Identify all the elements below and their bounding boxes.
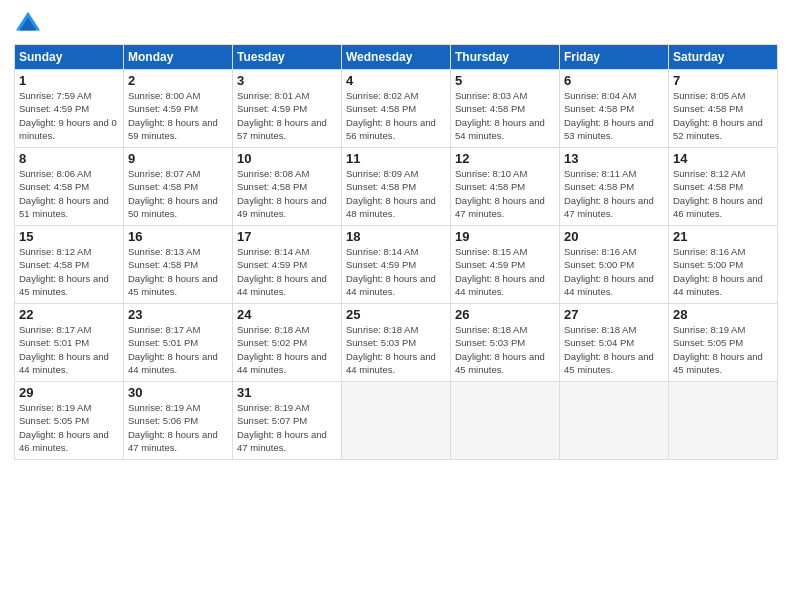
page-container: SundayMondayTuesdayWednesdayThursdayFrid… [0,0,792,612]
day-number: 10 [237,151,337,166]
day-header-thursday: Thursday [451,45,560,70]
day-number: 28 [673,307,773,322]
day-info: Sunrise: 8:06 AMSunset: 4:58 PMDaylight:… [19,168,109,219]
day-number: 5 [455,73,555,88]
calendar-cell: 16Sunrise: 8:13 AMSunset: 4:58 PMDayligh… [124,226,233,304]
day-number: 1 [19,73,119,88]
day-header-tuesday: Tuesday [233,45,342,70]
day-number: 29 [19,385,119,400]
day-number: 16 [128,229,228,244]
day-number: 12 [455,151,555,166]
calendar-cell: 21Sunrise: 8:16 AMSunset: 5:00 PMDayligh… [669,226,778,304]
day-info: Sunrise: 8:04 AMSunset: 4:58 PMDaylight:… [564,90,654,141]
day-header-wednesday: Wednesday [342,45,451,70]
day-info: Sunrise: 8:17 AMSunset: 5:01 PMDaylight:… [19,324,109,375]
calendar-cell: 22Sunrise: 8:17 AMSunset: 5:01 PMDayligh… [15,304,124,382]
calendar-cell: 25Sunrise: 8:18 AMSunset: 5:03 PMDayligh… [342,304,451,382]
calendar-cell: 26Sunrise: 8:18 AMSunset: 5:03 PMDayligh… [451,304,560,382]
day-info: Sunrise: 8:18 AMSunset: 5:03 PMDaylight:… [346,324,436,375]
calendar-cell [560,382,669,460]
logo-icon [14,10,42,38]
day-info: Sunrise: 8:18 AMSunset: 5:03 PMDaylight:… [455,324,545,375]
calendar-cell: 8Sunrise: 8:06 AMSunset: 4:58 PMDaylight… [15,148,124,226]
day-info: Sunrise: 8:07 AMSunset: 4:58 PMDaylight:… [128,168,218,219]
day-number: 8 [19,151,119,166]
calendar-cell: 20Sunrise: 8:16 AMSunset: 5:00 PMDayligh… [560,226,669,304]
day-number: 24 [237,307,337,322]
day-number: 14 [673,151,773,166]
day-header-saturday: Saturday [669,45,778,70]
day-info: Sunrise: 8:03 AMSunset: 4:58 PMDaylight:… [455,90,545,141]
calendar-cell: 14Sunrise: 8:12 AMSunset: 4:58 PMDayligh… [669,148,778,226]
day-number: 20 [564,229,664,244]
day-info: Sunrise: 8:18 AMSunset: 5:04 PMDaylight:… [564,324,654,375]
day-info: Sunrise: 8:19 AMSunset: 5:05 PMDaylight:… [19,402,109,453]
day-info: Sunrise: 8:14 AMSunset: 4:59 PMDaylight:… [346,246,436,297]
calendar-cell: 30Sunrise: 8:19 AMSunset: 5:06 PMDayligh… [124,382,233,460]
day-number: 30 [128,385,228,400]
logo [14,10,46,38]
day-info: Sunrise: 8:10 AMSunset: 4:58 PMDaylight:… [455,168,545,219]
day-number: 3 [237,73,337,88]
day-info: Sunrise: 7:59 AMSunset: 4:59 PMDaylight:… [19,90,117,141]
calendar-cell: 3Sunrise: 8:01 AMSunset: 4:59 PMDaylight… [233,70,342,148]
day-info: Sunrise: 8:11 AMSunset: 4:58 PMDaylight:… [564,168,654,219]
day-info: Sunrise: 8:19 AMSunset: 5:05 PMDaylight:… [673,324,763,375]
day-number: 22 [19,307,119,322]
calendar-table: SundayMondayTuesdayWednesdayThursdayFrid… [14,44,778,460]
day-info: Sunrise: 8:05 AMSunset: 4:58 PMDaylight:… [673,90,763,141]
header [14,10,778,38]
day-number: 19 [455,229,555,244]
day-number: 18 [346,229,446,244]
calendar-week-2: 8Sunrise: 8:06 AMSunset: 4:58 PMDaylight… [15,148,778,226]
day-info: Sunrise: 8:19 AMSunset: 5:07 PMDaylight:… [237,402,327,453]
calendar-cell [451,382,560,460]
day-number: 26 [455,307,555,322]
calendar-cell: 11Sunrise: 8:09 AMSunset: 4:58 PMDayligh… [342,148,451,226]
calendar-cell: 6Sunrise: 8:04 AMSunset: 4:58 PMDaylight… [560,70,669,148]
calendar-cell: 9Sunrise: 8:07 AMSunset: 4:58 PMDaylight… [124,148,233,226]
calendar-cell: 13Sunrise: 8:11 AMSunset: 4:58 PMDayligh… [560,148,669,226]
day-info: Sunrise: 8:12 AMSunset: 4:58 PMDaylight:… [19,246,109,297]
calendar-cell: 24Sunrise: 8:18 AMSunset: 5:02 PMDayligh… [233,304,342,382]
calendar-cell: 10Sunrise: 8:08 AMSunset: 4:58 PMDayligh… [233,148,342,226]
day-number: 25 [346,307,446,322]
calendar-week-1: 1Sunrise: 7:59 AMSunset: 4:59 PMDaylight… [15,70,778,148]
day-header-sunday: Sunday [15,45,124,70]
calendar-cell: 28Sunrise: 8:19 AMSunset: 5:05 PMDayligh… [669,304,778,382]
day-number: 23 [128,307,228,322]
day-number: 13 [564,151,664,166]
calendar-cell: 29Sunrise: 8:19 AMSunset: 5:05 PMDayligh… [15,382,124,460]
day-info: Sunrise: 8:08 AMSunset: 4:58 PMDaylight:… [237,168,327,219]
calendar-cell [342,382,451,460]
day-number: 9 [128,151,228,166]
day-number: 27 [564,307,664,322]
calendar-week-4: 22Sunrise: 8:17 AMSunset: 5:01 PMDayligh… [15,304,778,382]
calendar-cell: 2Sunrise: 8:00 AMSunset: 4:59 PMDaylight… [124,70,233,148]
calendar-cell: 7Sunrise: 8:05 AMSunset: 4:58 PMDaylight… [669,70,778,148]
day-number: 4 [346,73,446,88]
day-header-friday: Friday [560,45,669,70]
calendar-cell: 18Sunrise: 8:14 AMSunset: 4:59 PMDayligh… [342,226,451,304]
calendar-cell: 15Sunrise: 8:12 AMSunset: 4:58 PMDayligh… [15,226,124,304]
day-info: Sunrise: 8:12 AMSunset: 4:58 PMDaylight:… [673,168,763,219]
day-info: Sunrise: 8:00 AMSunset: 4:59 PMDaylight:… [128,90,218,141]
day-number: 21 [673,229,773,244]
day-number: 17 [237,229,337,244]
day-info: Sunrise: 8:16 AMSunset: 5:00 PMDaylight:… [564,246,654,297]
calendar-cell: 1Sunrise: 7:59 AMSunset: 4:59 PMDaylight… [15,70,124,148]
day-info: Sunrise: 8:09 AMSunset: 4:58 PMDaylight:… [346,168,436,219]
calendar-cell: 17Sunrise: 8:14 AMSunset: 4:59 PMDayligh… [233,226,342,304]
calendar-cell: 27Sunrise: 8:18 AMSunset: 5:04 PMDayligh… [560,304,669,382]
day-info: Sunrise: 8:15 AMSunset: 4:59 PMDaylight:… [455,246,545,297]
day-info: Sunrise: 8:01 AMSunset: 4:59 PMDaylight:… [237,90,327,141]
calendar-week-3: 15Sunrise: 8:12 AMSunset: 4:58 PMDayligh… [15,226,778,304]
day-info: Sunrise: 8:02 AMSunset: 4:58 PMDaylight:… [346,90,436,141]
day-info: Sunrise: 8:13 AMSunset: 4:58 PMDaylight:… [128,246,218,297]
calendar-cell: 19Sunrise: 8:15 AMSunset: 4:59 PMDayligh… [451,226,560,304]
calendar-week-5: 29Sunrise: 8:19 AMSunset: 5:05 PMDayligh… [15,382,778,460]
day-info: Sunrise: 8:19 AMSunset: 5:06 PMDaylight:… [128,402,218,453]
day-number: 11 [346,151,446,166]
calendar-cell: 5Sunrise: 8:03 AMSunset: 4:58 PMDaylight… [451,70,560,148]
day-info: Sunrise: 8:17 AMSunset: 5:01 PMDaylight:… [128,324,218,375]
